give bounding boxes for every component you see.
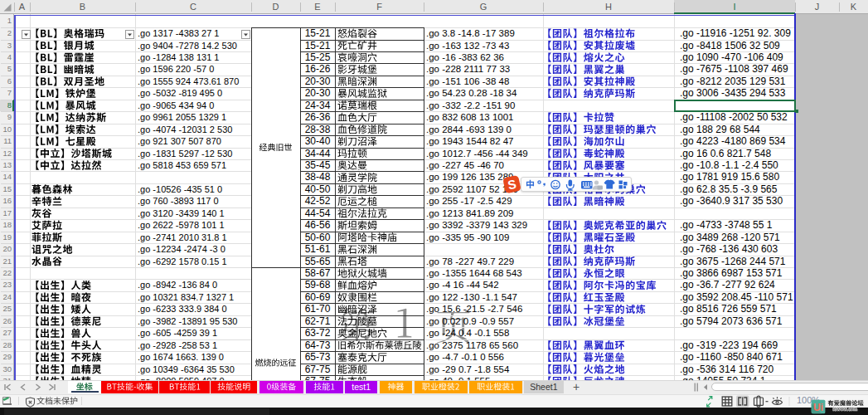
svg-text:Ui: Ui (813, 402, 823, 413)
